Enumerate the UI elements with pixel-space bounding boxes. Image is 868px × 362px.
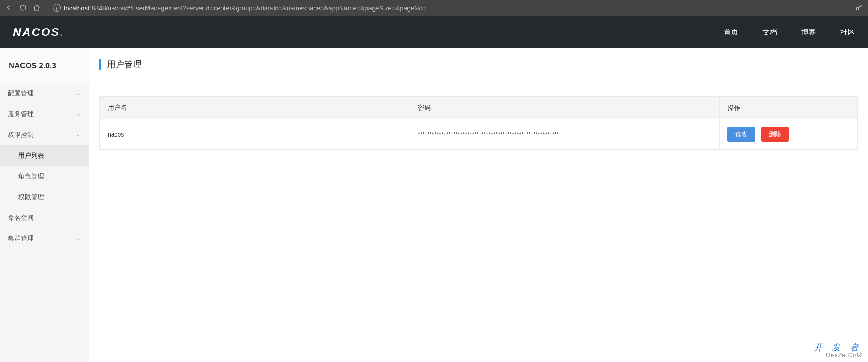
menu-auth-label: 权限控制	[8, 131, 34, 139]
page-title: 用户管理	[99, 59, 868, 70]
nav-community[interactable]: 社区	[840, 27, 855, 37]
app-header: NACOS. 首页 文档 博客 社区	[0, 16, 868, 48]
chevron-down-icon	[76, 91, 81, 96]
menu-cluster-label: 集群管理	[8, 235, 34, 243]
submenu-users[interactable]: 用户列表	[0, 145, 89, 166]
cell-operation: 修改 删除	[720, 119, 857, 150]
delete-button[interactable]: 删除	[761, 127, 789, 142]
watermark-line1: 开 发 者	[814, 343, 862, 352]
submenu-perms[interactable]: 权限管理	[0, 187, 89, 207]
svg-point-0	[856, 7, 859, 10]
menu-namespace[interactable]: 命名空间	[0, 207, 89, 228]
cell-username: nacos	[100, 119, 410, 150]
col-operation: 操作	[720, 97, 857, 119]
key-icon[interactable]	[855, 4, 863, 12]
home-icon[interactable]	[33, 4, 41, 12]
table-row: nacos **********************************…	[100, 119, 857, 150]
back-icon[interactable]	[5, 4, 13, 12]
user-table: 用户名 密码 操作 nacos ************************…	[99, 96, 858, 150]
sidebar: NACOS 2.0.3 配置管理 服务管理 权限控制 用户列表 角色管理 权限管…	[0, 48, 89, 362]
menu-auth[interactable]: 权限控制	[0, 124, 89, 145]
top-nav: 首页 文档 博客 社区	[724, 27, 855, 37]
refresh-icon[interactable]	[19, 4, 27, 12]
menu-service-label: 服务管理	[8, 110, 34, 118]
browser-address-bar: i localhost:8848/nacos/#/userManagement?…	[0, 0, 868, 16]
chevron-down-icon	[76, 111, 81, 117]
nav-docs[interactable]: 文档	[762, 27, 777, 37]
submenu-roles[interactable]: 角色管理	[0, 166, 89, 187]
chevron-up-icon	[76, 132, 81, 137]
col-password: 密码	[410, 97, 719, 119]
chevron-down-icon	[76, 236, 81, 241]
cell-password: ****************************************…	[410, 119, 719, 150]
url-text: localhost:8848/nacos/#/userManagement?se…	[64, 4, 426, 12]
logo: NACOS.	[13, 25, 64, 39]
menu-namespace-label: 命名空间	[8, 214, 34, 222]
nav-home[interactable]: 首页	[724, 27, 738, 37]
watermark: 开 发 者 DevZe.CoM	[814, 343, 862, 359]
menu-cluster[interactable]: 集群管理	[0, 228, 89, 249]
menu-service[interactable]: 服务管理	[0, 104, 89, 124]
info-icon[interactable]: i	[53, 4, 61, 12]
sidebar-title: NACOS 2.0.3	[0, 48, 89, 83]
col-username: 用户名	[100, 97, 410, 119]
menu-config-label: 配置管理	[8, 89, 34, 98]
nav-blog[interactable]: 博客	[801, 27, 816, 37]
watermark-line2: DevZe.CoM	[814, 352, 862, 359]
submenu-auth: 用户列表 角色管理 权限管理	[0, 145, 89, 207]
edit-button[interactable]: 修改	[727, 127, 755, 142]
main-content: 用户管理 用户名 密码 操作 nacos *******************…	[89, 48, 868, 362]
menu-config[interactable]: 配置管理	[0, 83, 89, 104]
